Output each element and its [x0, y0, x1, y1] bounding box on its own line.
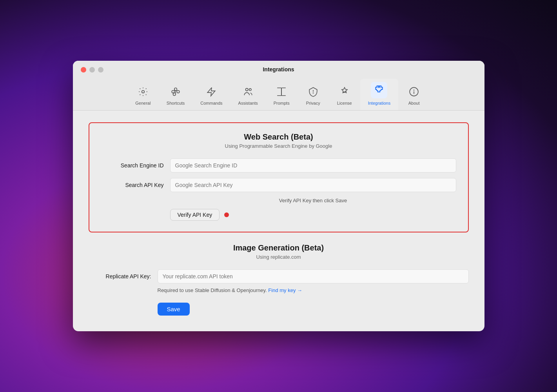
search-engine-id-input[interactable] [170, 158, 456, 172]
tab-shortcuts-label: Shortcuts [167, 101, 185, 105]
tab-about-label: About [408, 101, 420, 105]
tab-integrations[interactable]: Integrations [360, 79, 398, 110]
command-icon [171, 87, 181, 98]
replicate-api-key-label: Replicate API Key: [89, 273, 151, 279]
toolbar: General Shortcuts Commands [127, 79, 430, 110]
search-api-key-label: Search API Key [101, 182, 164, 188]
content-area: Web Search (Beta) Using Programmable Sea… [73, 111, 484, 331]
verify-hint: Verify API Key then click Save [170, 198, 456, 203]
find-my-key-link[interactable]: Find my key → [268, 287, 302, 293]
tab-about[interactable]: About [398, 83, 430, 110]
tab-assistants-label: Assistants [238, 101, 258, 105]
tab-license-label: License [337, 101, 352, 105]
app-window: Integrations General [73, 61, 484, 331]
tab-privacy[interactable]: Privacy [298, 83, 329, 110]
tab-integrations-label: Integrations [368, 101, 390, 105]
replicate-api-key-input[interactable] [158, 269, 469, 283]
image-generation-section: Image Generation (Beta) Using replicate.… [89, 243, 469, 316]
search-api-key-row: Search API Key [101, 178, 456, 192]
web-search-subtitle: Using Programmable Search Engine by Goog… [101, 143, 456, 149]
web-search-section: Web Search (Beta) Using Programmable Sea… [89, 122, 469, 232]
verify-row: Verify API Key [170, 209, 456, 221]
replicate-api-key-row: Replicate API Key: [89, 269, 469, 283]
svg-point-4 [313, 93, 313, 93]
api-key-status-indicator [224, 212, 229, 217]
svg-point-0 [142, 91, 145, 93]
tab-commands-label: Commands [200, 101, 222, 105]
shield-icon [308, 87, 318, 98]
svg-point-1 [245, 88, 248, 91]
window-title: Integrations [81, 66, 477, 73]
tab-general[interactable]: General [127, 83, 159, 110]
bolt-icon [206, 87, 216, 98]
image-gen-subtitle: Using replicate.com [89, 254, 469, 260]
gear-icon [138, 87, 148, 98]
verify-api-key-button[interactable]: Verify API Key [170, 209, 220, 221]
checkmark-seal-icon [339, 87, 350, 98]
image-gen-title: Image Generation (Beta) [89, 243, 469, 252]
puzzle-icon [371, 82, 387, 98]
person-two-icon [243, 87, 253, 98]
info-circle-icon [409, 87, 419, 98]
save-button[interactable]: Save [158, 303, 190, 316]
tab-assistants[interactable]: Assistants [230, 83, 266, 110]
tab-prompts[interactable]: Prompts [266, 83, 298, 110]
titlebar: Integrations General [73, 61, 484, 111]
tab-privacy-label: Privacy [306, 101, 320, 105]
search-api-key-input[interactable] [170, 178, 456, 192]
tab-commands[interactable]: Commands [192, 83, 230, 110]
tab-general-label: General [135, 101, 151, 105]
web-search-title: Web Search (Beta) [101, 132, 456, 142]
search-engine-id-row: Search Engine ID [101, 158, 456, 172]
tab-license[interactable]: License [329, 83, 360, 110]
required-note: Required to use Stable Diffusion & Openj… [158, 287, 469, 293]
book-open-icon [276, 87, 287, 98]
tab-prompts-label: Prompts [274, 101, 290, 105]
search-engine-id-label: Search Engine ID [101, 162, 164, 169]
svg-point-2 [249, 89, 251, 91]
tab-shortcuts[interactable]: Shortcuts [159, 83, 192, 110]
